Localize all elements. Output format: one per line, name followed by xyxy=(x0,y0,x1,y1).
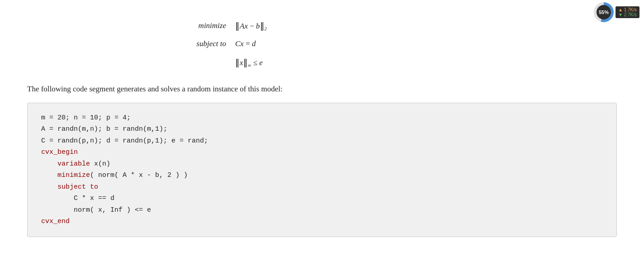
norm-bars-close: ‖ xyxy=(260,21,265,30)
download-stat: ▼ 2.7K/s xyxy=(618,12,637,17)
code-line-5: variable x(n) xyxy=(41,158,603,170)
badge-container: 55% ▲ 1.7K/s ▼ 2.7K/s xyxy=(594,2,639,22)
badge-circle: 55% xyxy=(594,2,614,22)
math-row-subject: subject to Cx = d xyxy=(172,37,256,51)
code-line-2: A = randn(m,n); b = randn(m,1); xyxy=(41,124,603,135)
code-line-6: minimize( norm( A * x - b, 2 ) ) xyxy=(41,170,603,181)
math-expr-minimize: ‖Ax − b‖2 xyxy=(235,18,267,33)
math-block: minimize ‖Ax − b‖2 subject to Cx = d ‖x‖… xyxy=(172,18,267,74)
code-line-3: C = randn(p,n); d = randn(p,1); e = rand… xyxy=(41,135,603,147)
badge-percent: 55% xyxy=(597,5,611,19)
math-expr-norm-inf: ‖x‖∞ ≤ e xyxy=(235,55,263,70)
upload-stat: ▲ 1.7K/s xyxy=(618,7,637,12)
code-line-8: C * x == d xyxy=(41,193,603,204)
code-line-9: norm( x, Inf ) <= e xyxy=(41,204,603,216)
badge-stats: ▲ 1.7K/s ▼ 2.7K/s xyxy=(616,6,639,18)
code-block: m = 20; n = 10; p = 4; A = randn(m,n); b… xyxy=(27,103,617,237)
code-line-1: m = 20; n = 10; p = 4; xyxy=(41,112,603,124)
description-text: The following code segment generates and… xyxy=(18,85,626,94)
math-label-subject: subject to xyxy=(172,37,235,51)
math-expr-cx: Cx = d xyxy=(235,37,256,51)
math-label-minimize: minimize xyxy=(172,19,235,33)
code-line-4: cvx_begin xyxy=(41,147,603,158)
code-line-7: subject to xyxy=(41,181,603,193)
math-row-minimize: minimize ‖Ax − b‖2 xyxy=(172,18,267,33)
norm-bars-open: ‖ xyxy=(235,21,240,30)
code-line-10: cvx_end xyxy=(41,216,603,228)
math-row-norm-inf: ‖x‖∞ ≤ e xyxy=(172,55,263,70)
percent-label: 55% xyxy=(599,10,609,15)
